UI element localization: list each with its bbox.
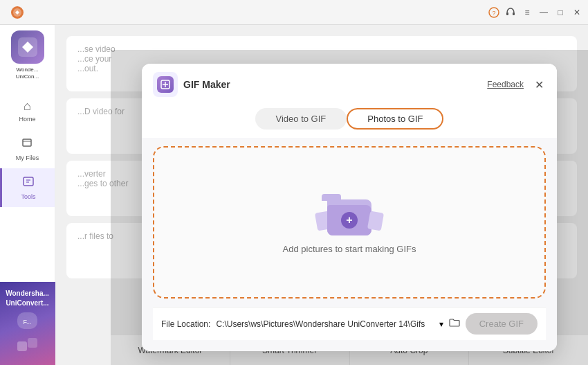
file-location-label: File Location: (161, 319, 210, 329)
close-button[interactable]: ✕ (571, 7, 582, 18)
support-icon[interactable]: ? (488, 7, 499, 18)
headphone-icon[interactable] (505, 7, 516, 18)
sidebar-item-tools[interactable]: Tools (0, 168, 55, 207)
svg-rect-8 (24, 177, 33, 186)
content-area-wrapper: ...se video...ce your...out. ...D video … (55, 25, 588, 365)
home-icon: ⌂ (24, 99, 31, 114)
folder-front: + (327, 205, 371, 235)
file-location-folder-icon[interactable] (449, 318, 460, 330)
drop-zone-text: Add pictures to start making GIFs (283, 244, 416, 254)
app-icon (11, 6, 24, 19)
popup-header: GIF Maker Feedback ✕ (142, 64, 557, 103)
feedback-link[interactable]: Feedback (487, 80, 524, 89)
tools-icon (22, 175, 35, 191)
window-controls: ? ≡ — □ ✕ (488, 7, 582, 18)
folder-icon-container: + (322, 191, 377, 235)
minimize-button[interactable]: — (538, 7, 549, 18)
sidebar-item-home-label: Home (19, 116, 35, 123)
gif-icon-inner (157, 76, 174, 93)
sidebar: Wonde...UniCon... ⌂ Home My Files Tools … (0, 25, 55, 365)
gif-maker-popup: GIF Maker Feedback ✕ Video to GIF Photos… (142, 64, 557, 351)
gif-maker-overlay: GIF Maker Feedback ✕ Video to GIF Photos… (111, 50, 588, 365)
popup-title: GIF Maker (183, 79, 230, 90)
popup-title-area: GIF Maker (153, 72, 230, 97)
tab-video-to-gif[interactable]: Video to GIF (255, 108, 347, 130)
popup-body: + Add pictures to start making GIFs File… (142, 138, 557, 351)
title-bar-icons (11, 6, 24, 19)
svg-text:?: ? (492, 10, 495, 17)
sidebar-item-tools-label: Tools (21, 193, 35, 200)
app-body: Wonde...UniCon... ⌂ Home My Files Tools … (0, 25, 588, 365)
maximize-button[interactable]: □ (555, 7, 566, 18)
file-location-dropdown[interactable]: ▾ (439, 319, 443, 329)
sidebar-app-name: Wonde...UniCon... (16, 66, 39, 81)
sidebar-item-myfiles-label: My Files (16, 154, 39, 161)
svg-rect-12 (28, 338, 37, 348)
sidebar-promo[interactable]: Wondersha...UniConvert... F... (0, 282, 55, 365)
title-bar: ? ≡ — □ ✕ (0, 0, 588, 25)
promo-badge: F... (17, 312, 37, 329)
svg-rect-11 (17, 341, 27, 351)
folder-plus-icon: + (341, 212, 358, 229)
sidebar-item-home[interactable]: ⌂ Home (0, 92, 55, 130)
popup-actions: Feedback ✕ (487, 78, 546, 91)
drop-zone[interactable]: + Add pictures to start making GIFs (153, 146, 546, 299)
svg-rect-4 (513, 12, 515, 15)
gif-maker-icon (153, 72, 178, 97)
menu-icon[interactable]: ≡ (522, 7, 533, 18)
files-icon (21, 136, 34, 152)
file-location-bar: File Location: C:\Users\ws\Pictures\Wond… (153, 307, 546, 340)
svg-rect-3 (506, 12, 508, 15)
create-gif-button[interactable]: Create GIF (466, 313, 538, 335)
file-location-path: C:\Users\ws\Pictures\Wondershare UniConv… (216, 319, 433, 329)
promo-title: Wondersha...UniConvert... (6, 289, 49, 308)
sidebar-logo (11, 30, 44, 64)
sidebar-item-myfiles[interactable]: My Files (0, 130, 55, 168)
popup-tabs: Video to GIF Photos to GIF (142, 103, 557, 138)
tab-photos-to-gif[interactable]: Photos to GIF (347, 108, 443, 130)
popup-close-button[interactable]: ✕ (532, 78, 546, 91)
promo-decoration (14, 335, 42, 358)
photo-right (367, 211, 384, 231)
svg-rect-7 (23, 139, 31, 146)
